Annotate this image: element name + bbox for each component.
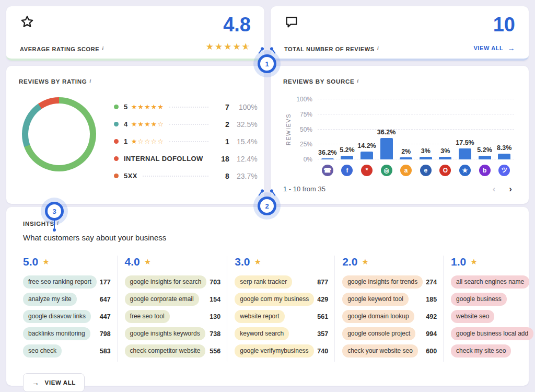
bar-discord xyxy=(498,154,510,160)
bar-amazon xyxy=(400,157,412,159)
bar-facebook xyxy=(341,156,353,159)
keyword-tag[interactable]: google insights for search xyxy=(125,275,207,289)
view-all-reviews-link[interactable]: VIEW ALL→ xyxy=(473,44,515,52)
keyword-count: 185 xyxy=(426,296,437,303)
y-tick-label: 0% xyxy=(304,156,312,163)
keyword-row: google verifymybusiness740 xyxy=(235,344,328,358)
legend-dot xyxy=(114,105,119,109)
info-icon[interactable]: i xyxy=(89,77,91,84)
source-icon-slot: ☎ xyxy=(318,165,338,176)
keyword-tag[interactable]: google console project xyxy=(342,327,415,340)
keyword-tag[interactable]: google domain lookup xyxy=(342,310,414,323)
opera-icon: O xyxy=(439,165,451,176)
keyword-tag[interactable]: check your website seo xyxy=(342,344,418,358)
source-icon-slot: * xyxy=(357,165,377,176)
keyword-row: analyze my site647 xyxy=(23,293,111,306)
bar-opera xyxy=(439,157,451,159)
tour-marker-3[interactable]: 3 xyxy=(45,202,64,221)
pagination-prev-button[interactable]: ‹ xyxy=(493,185,496,193)
keyword-tag[interactable]: free seo ranking report xyxy=(23,275,97,289)
legend-label: 5 xyxy=(124,103,128,111)
keyword-row: google console project994 xyxy=(342,327,437,340)
legend-stars-icon: ★★★★☆ xyxy=(131,120,164,128)
bar-beats xyxy=(479,156,491,159)
source-icons-row: ☎f*◎aeO★bツ xyxy=(318,165,514,176)
keyword-tag[interactable]: google disavow links xyxy=(23,310,91,323)
keyword-tag[interactable]: website report xyxy=(235,310,284,323)
keyword-tag[interactable]: keyword search xyxy=(235,327,289,340)
keyword-tag[interactable]: analyze my site xyxy=(23,293,77,306)
star-icon: ★ xyxy=(42,257,49,267)
keyword-tag[interactable]: backlinks monitoring xyxy=(23,327,90,340)
bar-yelp xyxy=(360,152,373,159)
dotted-leader xyxy=(169,124,208,125)
insights-view-all-button[interactable]: → VIEW ALL xyxy=(23,373,85,392)
bar-value-label: 14.2% xyxy=(357,142,376,149)
yelp-icon: * xyxy=(361,165,373,176)
star-icon: ★ xyxy=(224,42,232,52)
reviews-by-source-card: REVIEWS BY SOURCEi REWIEVS 0%25%50%75%10… xyxy=(271,66,529,204)
keyword-tag[interactable]: google verifymybusiness xyxy=(235,344,313,358)
keyword-row: check your website seo600 xyxy=(342,344,437,358)
star-icon: ★ xyxy=(215,42,224,52)
info-icon[interactable]: i xyxy=(57,220,59,226)
legend-label: INTERNAL DOFOLLOW xyxy=(124,155,203,163)
dotted-leader xyxy=(169,141,208,142)
source-icon-slot: ★ xyxy=(455,165,475,176)
legend-count: 8 xyxy=(214,172,229,180)
column-score: 5.0 xyxy=(23,256,38,268)
keyword-tag[interactable]: google keyword tool xyxy=(342,293,409,306)
keyword-count: 703 xyxy=(210,279,220,286)
bar-ebay xyxy=(420,157,432,159)
keyword-tag[interactable]: free seo tool xyxy=(125,310,170,323)
keyword-count: 994 xyxy=(426,330,437,338)
average-rating-label: AVERAGE RATING SCOREi xyxy=(20,45,104,52)
facebook-icon: f xyxy=(341,165,353,176)
legend-percent: 12.4% xyxy=(229,155,258,163)
legend-row: 1★☆☆☆☆115.4% xyxy=(114,133,258,150)
keyword-tag[interactable]: seo check xyxy=(23,344,62,358)
keyword-row: google com my business429 xyxy=(235,293,328,306)
star-icon: ★ xyxy=(470,257,477,267)
info-icon[interactable]: i xyxy=(102,45,104,51)
pagination-next-button[interactable]: › xyxy=(509,185,512,193)
keyword-tag[interactable]: all search engines name xyxy=(451,275,529,289)
keyword-tag[interactable]: google business local add xyxy=(451,327,533,340)
insights-column-5.0: 5.0★free seo ranking report177analyze my… xyxy=(16,256,117,362)
keyword-row: google insights keywords738 xyxy=(125,327,221,340)
keyword-tag[interactable]: google business xyxy=(451,293,507,306)
average-rating-stars: ★★★★★☆ xyxy=(206,41,251,52)
keyword-tag[interactable]: check competitor website xyxy=(125,344,206,358)
viber-icon: ☎ xyxy=(322,165,333,176)
y-tick-label: 75% xyxy=(300,111,312,118)
info-icon[interactable]: i xyxy=(357,77,359,84)
keyword-tag[interactable]: google com my business xyxy=(235,293,314,306)
amazon-icon: a xyxy=(400,165,412,176)
dotted-leader xyxy=(143,176,208,177)
keyword-tag[interactable]: google insights for trends xyxy=(342,275,423,289)
tour-marker-1[interactable]: 1 xyxy=(258,54,276,73)
y-tick-label: 100% xyxy=(296,96,312,103)
reviews-by-rating-title: REVIEWS BY RATINGi xyxy=(19,77,252,85)
chat-bubble-icon xyxy=(284,15,379,29)
keyword-tag[interactable]: google insights keywords xyxy=(125,327,205,340)
legend-dot xyxy=(114,139,119,144)
keyword-tag[interactable]: website seo xyxy=(451,310,494,323)
discord-icon: ツ xyxy=(498,165,510,176)
keyword-tag[interactable]: google corporate email xyxy=(125,293,199,306)
legend-label: 4 xyxy=(124,120,128,128)
keyword-count: 600 xyxy=(426,348,437,355)
tour-marker-2[interactable]: 2 xyxy=(258,197,276,215)
bar-value-label: 5.2% xyxy=(340,146,355,154)
keyword-tag[interactable]: check my site seo xyxy=(451,344,511,358)
keyword-row: google insights for search703 xyxy=(125,275,221,289)
star-icon: ★ xyxy=(144,257,151,267)
donut-hole xyxy=(28,103,90,165)
keyword-tag[interactable]: serp rank tracker xyxy=(235,275,292,289)
y-tick-label: 50% xyxy=(300,126,312,133)
source-icon-slot: b xyxy=(475,165,495,176)
keyword-row: google business local add196 xyxy=(451,327,535,340)
y-axis-label: REWIEVS xyxy=(283,99,294,159)
info-icon[interactable]: i xyxy=(377,45,379,51)
insights-column-1.0: 1.0★all search engines name426google bus… xyxy=(443,256,535,362)
